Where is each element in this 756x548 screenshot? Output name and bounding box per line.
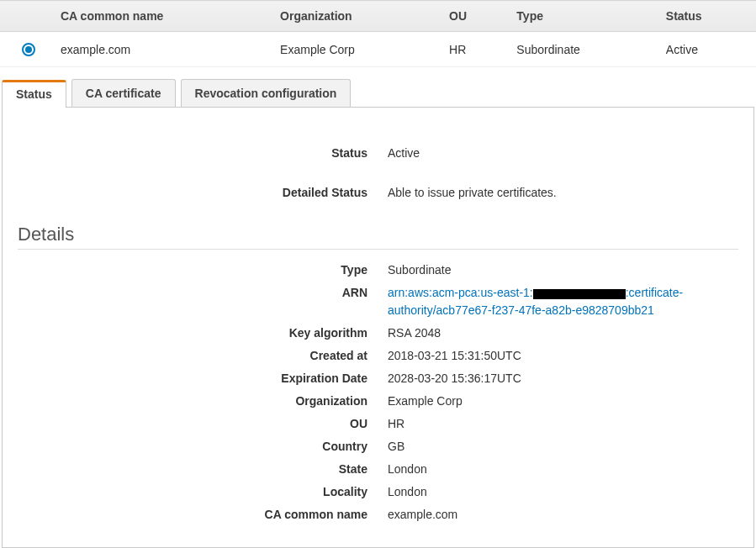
organization-label: Organization: [18, 393, 388, 410]
section-rule: [18, 249, 738, 250]
status-value: Active: [388, 145, 738, 162]
status-tab-panel: Status Active Detailed Status Able to is…: [2, 107, 754, 548]
state-value: London: [388, 461, 738, 478]
created-at-value: 2018-03-21 15:31:50UTC: [388, 347, 738, 365]
col-type[interactable]: Type: [506, 1, 655, 32]
tab-bar: Status CA certificate Revocation configu…: [2, 79, 756, 107]
created-at-label: Created at: [18, 347, 388, 365]
arn-prefix: arn:aws:acm-pca:us-east-1:: [388, 286, 533, 299]
locality-label: Locality: [18, 483, 388, 501]
expiration-label: Expiration Date: [18, 370, 388, 387]
type-label: Type: [18, 261, 388, 279]
col-select: [0, 1, 50, 32]
key-algorithm-label: Key algorithm: [18, 324, 388, 342]
col-common-name[interactable]: CA common name: [50, 1, 270, 32]
ou-label: OU: [18, 415, 388, 433]
status-label: Status: [18, 145, 388, 162]
cell-organization: Example Corp: [270, 32, 439, 67]
ca-table: CA common name Organization OU Type Stat…: [0, 0, 756, 67]
country-value: GB: [388, 438, 738, 456]
col-ou[interactable]: OU: [439, 1, 506, 32]
arn-value: arn:aws:acm-pca:us-east-1::certificate-a…: [388, 284, 738, 319]
locality-value: London: [388, 483, 738, 501]
arn-redacted-account: [533, 289, 626, 299]
cell-common-name: example.com: [50, 32, 270, 67]
tab-status[interactable]: Status: [2, 80, 66, 108]
details-heading: Details: [18, 224, 738, 245]
detailed-status-label: Detailed Status: [18, 184, 388, 202]
cell-status: Active: [656, 32, 756, 67]
key-algorithm-value: RSA 2048: [388, 324, 738, 342]
ou-value: HR: [388, 415, 738, 433]
col-status[interactable]: Status: [656, 1, 756, 32]
row-radio-icon[interactable]: [22, 43, 35, 56]
tab-ca-certificate[interactable]: CA certificate: [71, 79, 176, 107]
common-name-label: CA common name: [18, 506, 388, 524]
organization-value: Example Corp: [388, 393, 738, 410]
common-name-value: example.com: [388, 506, 738, 524]
detailed-status-value: Able to issue private certificates.: [388, 184, 738, 202]
cell-ou: HR: [439, 32, 506, 67]
type-value: Subordinate: [388, 261, 738, 279]
expiration-value: 2028-03-20 15:36:17UTC: [388, 370, 738, 387]
table-row[interactable]: example.com Example Corp HR Subordinate …: [0, 32, 756, 67]
tab-revocation-configuration[interactable]: Revocation configuration: [181, 79, 352, 107]
state-label: State: [18, 461, 388, 478]
col-organization[interactable]: Organization: [270, 1, 439, 32]
arn-link[interactable]: arn:aws:acm-pca:us-east-1::certificate-a…: [388, 286, 683, 317]
cell-type: Subordinate: [506, 32, 655, 67]
arn-label: ARN: [18, 284, 388, 319]
country-label: Country: [18, 438, 388, 456]
